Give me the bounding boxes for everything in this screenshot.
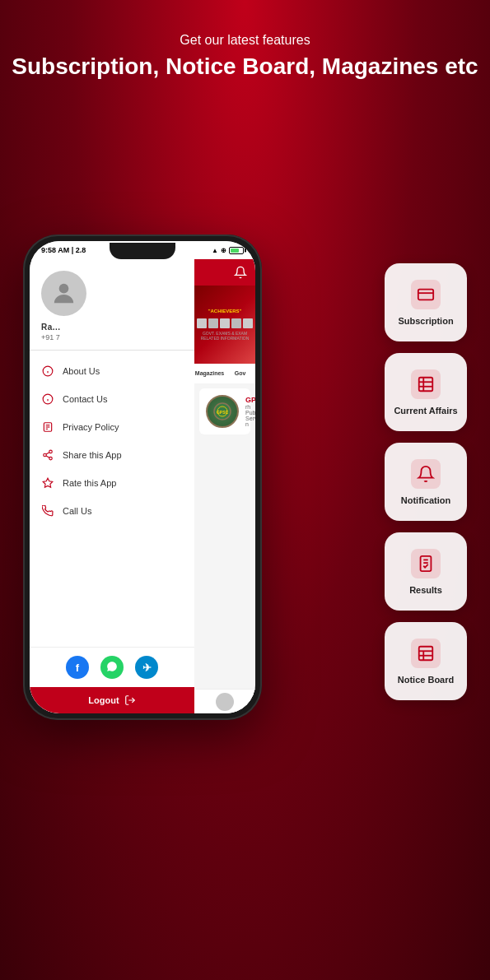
menu-call[interactable]: Call Us xyxy=(30,497,194,525)
menu-rate[interactable]: Rate this App xyxy=(30,469,194,497)
notification-icon xyxy=(411,459,441,489)
call-label: Call Us xyxy=(63,506,91,516)
app-banner: "ACHIEVERS" GOVT. EXAMS & EXAM RELATED I… xyxy=(194,286,255,364)
signal-icon: ▲ xyxy=(212,247,218,254)
gpsc-seal: GPSC xyxy=(206,395,239,428)
feature-results[interactable]: Results xyxy=(385,532,467,611)
svg-rect-23 xyxy=(419,377,433,391)
tab-gov[interactable]: Gov xyxy=(225,364,255,383)
user-phone: +91 7 xyxy=(41,333,183,341)
whatsapp-button[interactable] xyxy=(100,656,124,679)
about-icon xyxy=(41,365,54,378)
gpsc-emblem-icon: GPSC xyxy=(212,402,232,421)
about-label: About Us xyxy=(63,366,100,376)
user-avatar-icon xyxy=(49,279,78,308)
gpsc-title: GPSC xyxy=(245,396,255,404)
social-row: f ✈ xyxy=(30,647,194,687)
banner-figures xyxy=(197,318,253,328)
results-label: Results xyxy=(409,585,442,595)
svg-rect-21 xyxy=(418,289,433,300)
feature-subscription[interactable]: Subscription xyxy=(385,263,467,341)
facebook-button[interactable]: f xyxy=(66,656,89,679)
phone-notch xyxy=(110,243,175,259)
subscription-label: Subscription xyxy=(398,316,453,326)
header-section: Get our latest features Subscription, No… xyxy=(0,0,490,97)
drawer-header: Ra... +91 7 xyxy=(30,259,194,351)
wifi-icon: ⊕ xyxy=(221,247,226,254)
feature-notification[interactable]: Notification xyxy=(385,443,467,521)
contact-label: Contact Us xyxy=(63,394,107,404)
privacy-icon xyxy=(41,420,54,434)
bottom-avatar xyxy=(216,693,234,711)
phone-screen: 9:58 AM | 2.8 ▲ ⊕ xyxy=(30,241,255,713)
svg-line-15 xyxy=(46,453,49,454)
gpsc-text: GPSC rh Public Service n xyxy=(245,396,255,427)
share-icon xyxy=(41,448,54,462)
user-name: Ra... xyxy=(41,323,183,332)
header-subtitle: Get our latest features xyxy=(0,33,490,48)
navigation-drawer: Ra... +91 7 xyxy=(30,259,194,713)
status-time: 9:58 AM | 2.8 xyxy=(41,246,86,254)
menu-about[interactable]: About Us xyxy=(30,357,194,385)
nav-tabs: Magazines Gov xyxy=(194,364,255,383)
header-title: Subscription, Notice Board, Magazines et… xyxy=(0,53,490,81)
logout-button[interactable]: Logout xyxy=(30,687,194,713)
features-panel: Subscription Current Affairs Notificatio… xyxy=(385,263,467,700)
svg-point-0 xyxy=(59,284,69,294)
svg-rect-30 xyxy=(419,646,433,660)
bottom-nav xyxy=(194,689,255,713)
logout-label: Logout xyxy=(88,695,119,705)
notice-board-icon xyxy=(411,639,441,668)
svg-marker-16 xyxy=(43,478,53,487)
call-icon xyxy=(41,504,54,518)
rate-label: Rate this App xyxy=(63,478,116,488)
telegram-button[interactable]: ✈ xyxy=(135,656,158,679)
banner-subtext: GOVT. EXAMS & EXAM RELATED INFORMATION xyxy=(198,331,252,341)
banner-achievers: "ACHIEVERS" xyxy=(208,309,242,315)
bell-icon[interactable] xyxy=(234,266,247,279)
phone-mockup: 9:58 AM | 2.8 ▲ ⊕ xyxy=(23,235,262,720)
tab-magazines[interactable]: Magazines xyxy=(194,364,225,383)
svg-point-13 xyxy=(49,457,53,460)
gpsc-card[interactable]: GPSC GPSC rh Public Service n xyxy=(199,388,250,434)
facebook-icon: f xyxy=(76,662,79,674)
feature-notice-board[interactable]: Notice Board xyxy=(385,622,467,700)
menu-privacy[interactable]: Privacy Policy xyxy=(30,413,194,441)
drawer-menu: About Us Contact Us xyxy=(30,351,194,647)
feature-current-affairs[interactable]: Current Affairs xyxy=(385,353,467,431)
app-main-content: "ACHIEVERS" GOVT. EXAMS & EXAM RELATED I… xyxy=(194,259,255,713)
app-top-bar xyxy=(194,259,255,286)
screen-content: Ra... +91 7 xyxy=(30,259,255,713)
whatsapp-icon xyxy=(106,661,118,675)
notification-label: Notification xyxy=(401,495,451,505)
logout-icon xyxy=(124,694,136,706)
notice-board-label: Notice Board xyxy=(398,675,454,685)
gpsc-line2: n xyxy=(245,421,255,427)
svg-line-14 xyxy=(46,456,49,457)
current-affairs-label: Current Affairs xyxy=(394,406,457,416)
results-icon xyxy=(411,549,441,578)
menu-share[interactable]: Share this App xyxy=(30,441,194,469)
svg-point-12 xyxy=(44,453,47,457)
svg-text:GPSC: GPSC xyxy=(217,410,229,415)
telegram-icon: ✈ xyxy=(142,662,152,674)
phone-frame: 9:58 AM | 2.8 ▲ ⊕ xyxy=(23,235,262,720)
status-right: ▲ ⊕ xyxy=(212,247,244,254)
subscription-icon xyxy=(411,280,441,309)
privacy-label: Privacy Policy xyxy=(63,422,119,432)
contact-icon xyxy=(41,392,54,406)
share-label: Share this App xyxy=(63,450,122,460)
rate-icon xyxy=(41,476,54,490)
menu-contact[interactable]: Contact Us xyxy=(30,385,194,413)
battery-icon xyxy=(229,247,244,254)
svg-point-11 xyxy=(49,450,53,453)
avatar xyxy=(41,271,86,316)
current-affairs-icon xyxy=(411,369,441,399)
gpsc-line1: rh Public Service xyxy=(245,404,255,421)
